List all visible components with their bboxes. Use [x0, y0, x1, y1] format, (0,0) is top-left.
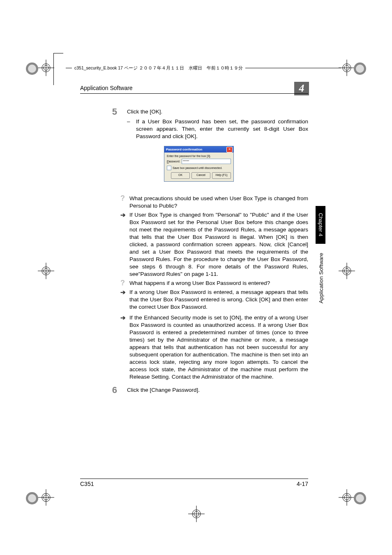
registration-mark-icon [188, 506, 205, 522]
step-5: 5 Click the [OK]. [80, 108, 308, 116]
registration-mark-icon [339, 263, 355, 279]
step-text: Click the [OK]. [127, 108, 308, 116]
question-icon: ? [120, 280, 129, 287]
footer-line [80, 479, 308, 479]
registration-mark-icon [38, 60, 54, 76]
arrow-icon: ➔ [120, 314, 129, 381]
crop-line [53, 53, 54, 85]
footer-right: 4-17 [297, 481, 308, 487]
checkbox-label: Save box password until disconnected. [173, 166, 222, 169]
registration-mark-icon [38, 263, 54, 279]
answer-text: If a wrong User Box Password is entered,… [129, 289, 308, 311]
svg-point-31 [356, 65, 364, 73]
password-confirmation-dialog: Password confirmation × Enter the passwo… [164, 146, 234, 182]
help-button[interactable]: Help (F1) [212, 172, 231, 179]
step-number: 5 [80, 108, 127, 116]
cancel-button[interactable]: Cancel [191, 172, 210, 179]
question-text: What happens if a wrong User Box Passwor… [129, 280, 308, 287]
save-password-checkbox[interactable] [167, 166, 171, 170]
password-field[interactable]: ******** [182, 159, 231, 164]
side-label: Application Software [318, 253, 324, 303]
page-content: Application Software 4 5 Click the [OK].… [80, 84, 308, 487]
sub-text: If a User Box Password has been set, the… [136, 118, 308, 140]
footer-left: C351 [80, 481, 94, 487]
dash-icon: – [127, 118, 136, 140]
svg-point-35 [356, 494, 364, 502]
password-label: Password: [167, 160, 180, 163]
page-header: Application Software 4 [80, 84, 308, 97]
question-icon: ? [120, 195, 129, 210]
side-tab-chapter: Chapter 4 [316, 206, 325, 244]
dialog-title: Password confirmation [166, 148, 202, 151]
dialog-prompt: Enter the password for the box [3]. [167, 155, 231, 157]
ok-button[interactable]: OK [171, 172, 190, 179]
arrow-icon: ➔ [120, 211, 129, 278]
dialog-screenshot: Password confirmation × Enter the passwo… [164, 146, 308, 182]
header-underline [80, 93, 308, 94]
arrow-icon: ➔ [120, 289, 129, 311]
corner-star-icon [353, 491, 367, 506]
answer-text: If User Box Type is changed from "Person… [129, 211, 308, 278]
book-header-text: c351_security_E.book 17 ページ ２００７年４月１１日 水… [72, 65, 245, 71]
step-text: Click the [Change Password]. [127, 386, 308, 394]
step-5-sublist: – If a User Box Password has been set, t… [127, 118, 308, 140]
svg-point-29 [28, 65, 36, 73]
dialog-titlebar: Password confirmation × [164, 146, 233, 153]
list-item: – If a User Box Password has been set, t… [127, 118, 308, 140]
question-text: What precautions should be used when Use… [129, 195, 308, 210]
crop-line [53, 53, 63, 53]
header-title: Application Software [80, 85, 133, 91]
close-icon[interactable]: × [226, 147, 233, 153]
step-6: 6 Click the [Change Password]. [80, 386, 308, 394]
corner-star-icon [25, 61, 39, 76]
svg-point-33 [28, 494, 36, 502]
registration-mark-icon [38, 489, 54, 506]
qa-block-1: ? What precautions should be used when U… [120, 195, 308, 381]
corner-star-icon [353, 61, 367, 76]
answer-text: If the Enhanced Security mode is set to … [129, 314, 308, 381]
step-number: 6 [80, 386, 127, 394]
corner-star-icon [25, 491, 39, 506]
